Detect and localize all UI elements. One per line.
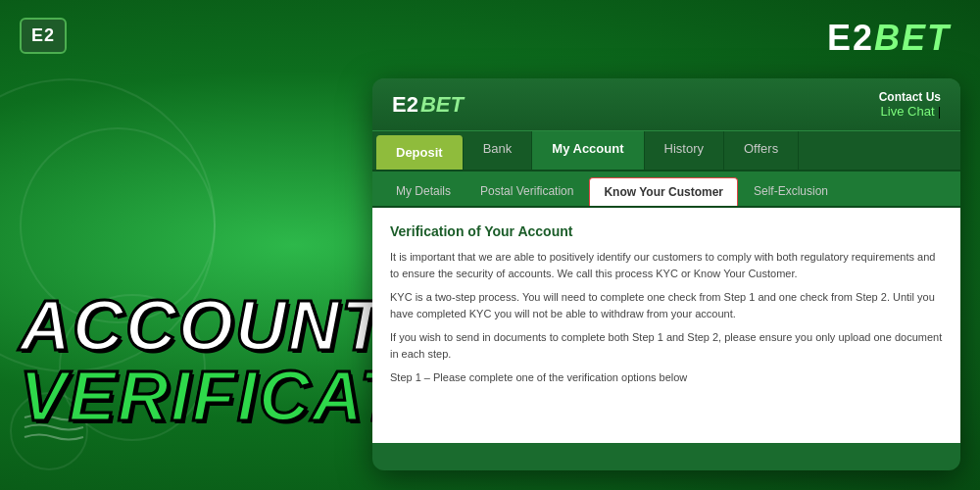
content-paragraph3: If you wish to send in documents to comp…	[390, 329, 943, 362]
panel-header: E2BET Contact Us Live Chat |	[372, 78, 960, 131]
live-chat-link[interactable]: Live Chat	[881, 104, 935, 119]
top-left-logo[interactable]: E2	[20, 18, 67, 54]
tab-my-account[interactable]: My Account	[532, 131, 644, 170]
content-step1: Step 1 – Please complete one of the veri…	[390, 369, 943, 386]
tab-offers[interactable]: Offers	[724, 131, 799, 170]
content-paragraph1: It is important that we are able to posi…	[390, 249, 943, 281]
nav-tabs: Deposit Bank My Account History Offers	[372, 131, 960, 172]
panel-contact: Contact Us Live Chat |	[879, 90, 941, 119]
sub-tabs: My Details Postal Verification Know Your…	[372, 172, 960, 208]
brand-name: E2BET	[827, 18, 951, 59]
tab-bank[interactable]: Bank	[464, 131, 533, 170]
brand-bet: BET	[874, 18, 951, 58]
tab-deposit[interactable]: Deposit	[376, 135, 464, 170]
brand-e2: E2	[827, 18, 874, 58]
subtab-know-your-customer[interactable]: Know Your Customer	[589, 177, 738, 206]
panel-logo-bet: BET	[420, 92, 464, 118]
panel-logo-e2: E2	[392, 92, 418, 118]
content-area: Verification of Your Account It is impor…	[372, 208, 960, 443]
subtab-self-exclusion[interactable]: Self-Exclusion	[740, 177, 842, 206]
logo-text: E2	[31, 25, 55, 46]
top-right-logo: E2BET	[827, 18, 951, 59]
contact-title: Contact Us	[879, 90, 941, 104]
content-title: Verification of Your Account	[390, 223, 943, 239]
content-paragraph2: KYC is a two-step process. You will need…	[390, 289, 943, 321]
tab-history[interactable]: History	[645, 131, 724, 170]
panel-logo: E2BET	[392, 92, 464, 118]
main-panel: E2BET Contact Us Live Chat | Deposit Ban…	[372, 78, 960, 470]
subtab-postal-verification[interactable]: Postal Verification	[466, 177, 587, 206]
separator: |	[938, 105, 941, 119]
subtab-my-details[interactable]: My Details	[382, 177, 465, 206]
logo-box: E2	[20, 18, 67, 54]
